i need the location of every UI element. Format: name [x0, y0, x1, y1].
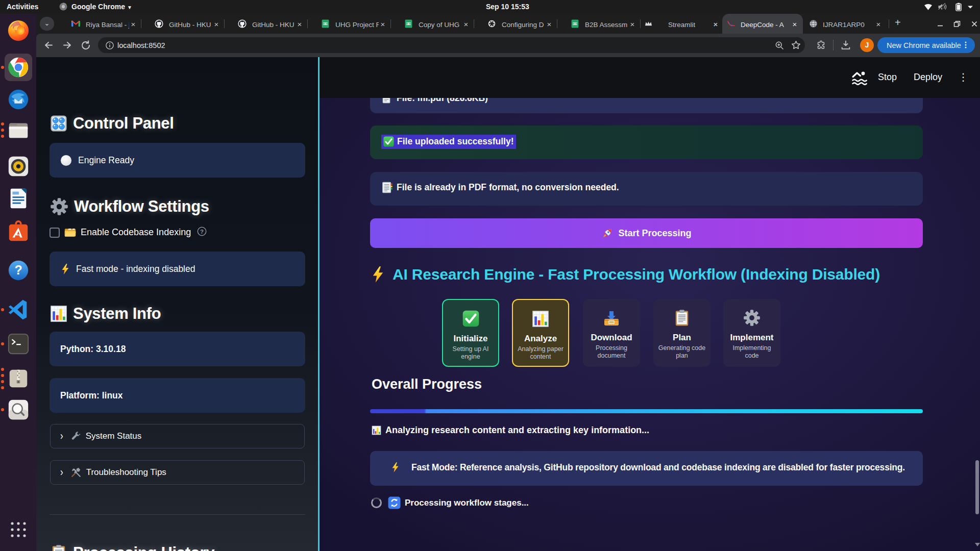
- svg-text:?: ?: [200, 228, 204, 234]
- svg-text:?: ?: [14, 263, 22, 277]
